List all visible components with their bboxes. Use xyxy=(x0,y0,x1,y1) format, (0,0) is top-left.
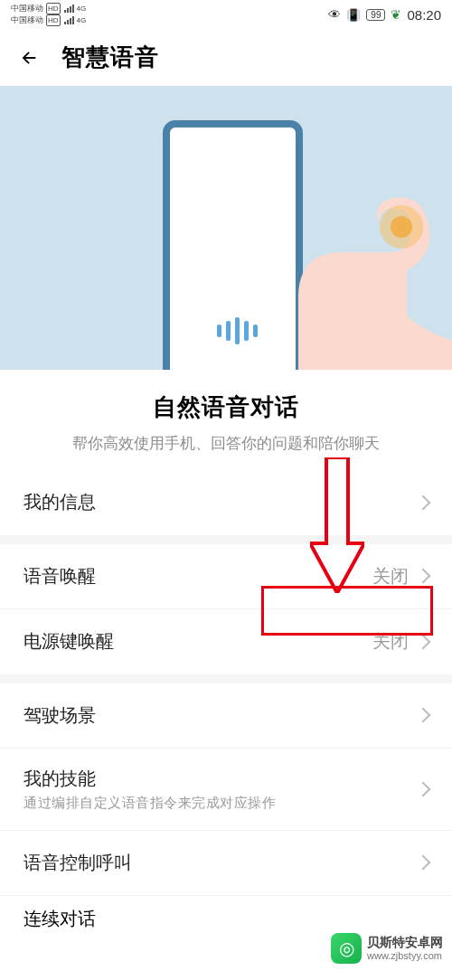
chevron-right-icon xyxy=(416,855,431,871)
row-label: 我的技能 xyxy=(24,767,276,791)
eye-icon: 👁 xyxy=(328,7,341,22)
watermark-url: www.zjbstyy.com xyxy=(367,950,443,961)
chevron-right-icon xyxy=(416,708,431,723)
section-intro: 自然语音对话 帮你高效使用手机、回答你的问题和陪你聊天 xyxy=(0,370,452,470)
battery-icon: 99 xyxy=(366,9,385,21)
svg-point-1 xyxy=(391,216,412,238)
row-label: 电源键唤醒 xyxy=(24,629,114,654)
row-sublabel: 通过编排自定义语音指令来完成对应操作 xyxy=(24,795,276,812)
net-hd-1: HD xyxy=(46,3,61,14)
hand-illustration xyxy=(244,153,452,370)
signal-bars-1 xyxy=(64,5,74,13)
net-hd-2: HD xyxy=(46,14,61,26)
back-button[interactable] xyxy=(16,45,42,71)
net-4g-2: 4G xyxy=(77,15,87,25)
chevron-right-icon xyxy=(416,634,431,649)
row-voice-call[interactable]: 语音控制呼叫 xyxy=(0,831,452,896)
carrier-2: 中国移动 xyxy=(11,15,43,25)
signal-bars-2 xyxy=(64,16,74,24)
section-title: 自然语音对话 xyxy=(31,391,421,423)
chevron-right-icon xyxy=(416,495,431,510)
android-icon: ◎ xyxy=(331,933,362,964)
section-desc: 帮你高效使用手机、回答你的问题和陪你聊天 xyxy=(31,432,421,456)
row-driving[interactable]: 驾驶场景 xyxy=(0,683,452,749)
row-label: 语音控制呼叫 xyxy=(24,851,132,875)
carrier-1: 中国移动 xyxy=(11,4,43,14)
chevron-right-icon xyxy=(416,569,431,584)
hero-illustration xyxy=(0,86,452,370)
chevron-right-icon xyxy=(416,781,431,796)
row-continuous[interactable]: 连续对话 xyxy=(0,896,452,931)
row-label: 我的信息 xyxy=(24,490,96,514)
row-value: 关闭 xyxy=(372,629,409,654)
status-right: 👁 📳 99 ❦ 08:20 xyxy=(328,7,441,23)
leaf-icon: ❦ xyxy=(391,7,401,22)
net-4g-1: 4G xyxy=(77,4,87,14)
clock: 08:20 xyxy=(407,7,441,23)
section-divider xyxy=(0,535,452,544)
watermark-brand: 贝斯特安卓网 xyxy=(367,936,443,949)
row-label: 驾驶场景 xyxy=(24,703,96,728)
status-bar: 中国移动 HD 4G 中国移动 HD 4G 👁 📳 99 ❦ 08:20 xyxy=(0,0,452,27)
row-my-info[interactable]: 我的信息 xyxy=(0,470,452,535)
vibrate-icon: 📳 xyxy=(346,8,361,22)
row-value: 关闭 xyxy=(372,564,409,589)
arrow-left-icon xyxy=(19,48,39,68)
row-label: 语音唤醒 xyxy=(24,564,96,589)
row-voice-wake[interactable]: 语音唤醒 关闭 xyxy=(0,544,452,609)
status-left: 中国移动 HD 4G 中国移动 HD 4G xyxy=(11,3,86,26)
watermark: ◎ 贝斯特安卓网 www.zjbstyy.com xyxy=(331,933,443,964)
page-header: 智慧语音 xyxy=(0,27,452,86)
row-power-wake[interactable]: 电源键唤醒 关闭 xyxy=(0,609,452,674)
row-skills[interactable]: 我的技能 通过编排自定义语音指令来完成对应操作 xyxy=(0,749,452,831)
page-title: 智慧语音 xyxy=(61,42,159,73)
section-divider xyxy=(0,674,452,683)
row-label: 连续对话 xyxy=(24,907,428,931)
